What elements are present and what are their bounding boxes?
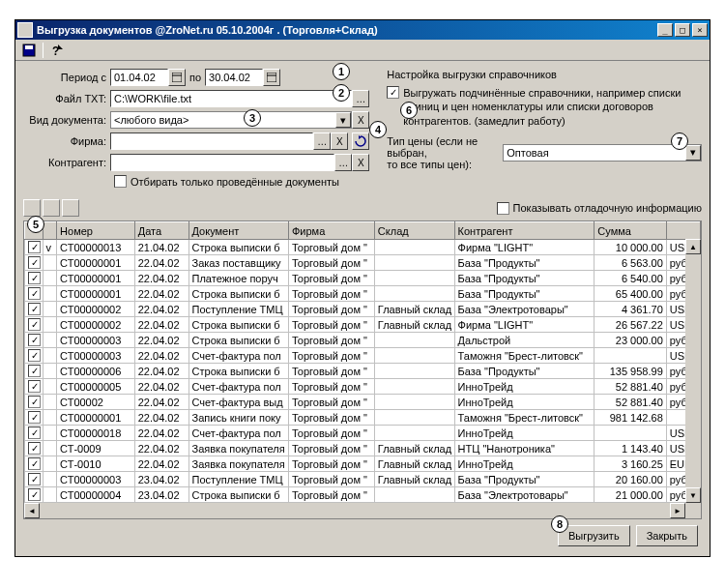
titlebar: Выгрузка документов @ZroNet.ru 05.10.200…	[15, 20, 710, 40]
col-document[interactable]: Документ	[188, 222, 288, 240]
pricetype-label: Тип цены (если не выбран, то все типы це…	[387, 135, 503, 170]
row-checkbox[interactable]: ✓	[28, 334, 41, 346]
row-checkbox[interactable]: ✓	[28, 426, 41, 439]
cell-contragent: НТЦ "Нанотроника"	[454, 441, 594, 456]
scroll-down-icon[interactable]: ▼	[685, 487, 701, 503]
scroll-left-icon[interactable]: ◄	[24, 503, 40, 518]
debug-checkbox[interactable]: Показывать отладочную информацию	[497, 202, 702, 215]
subordinate-checkbox[interactable]: ✓ Выгружать подчинённые справочники, нап…	[387, 86, 702, 128]
close-button[interactable]: ×	[692, 23, 708, 37]
right-panel-title: Настройка выгрузки справочников	[387, 69, 702, 80]
col-firm[interactable]: Фирма	[288, 222, 374, 240]
row-checkbox[interactable]: ✓	[28, 411, 41, 424]
col-currency[interactable]	[666, 222, 700, 240]
contragent-browse-button[interactable]: …	[334, 154, 352, 171]
toolbar-help-icon[interactable]: ?	[47, 42, 67, 59]
row-mark	[43, 426, 56, 441]
cell-date: 22.04.02	[134, 302, 188, 317]
contragent-input[interactable]	[110, 154, 334, 171]
table-row[interactable]: ✓СТ0000000622.04.02Строка выписки бТорго…	[25, 364, 701, 379]
table-row[interactable]: ✓СТ0000000322.04.02Счет-фактура полТорго…	[25, 348, 701, 364]
toolbar-save-icon[interactable]	[19, 42, 39, 59]
file-browse-button[interactable]: …	[352, 90, 369, 107]
table-row[interactable]: ✓СТ0000000122.04.02Платежное поручТоргов…	[25, 271, 701, 286]
vertical-scrollbar[interactable]: ▲ ▼	[685, 239, 701, 503]
table-row[interactable]: ✓СТ0000000122.04.02Запись книги покуТорг…	[25, 410, 701, 426]
cell-contragent: База "Продукты"	[454, 472, 594, 487]
row-checkbox[interactable]: ✓	[28, 365, 41, 377]
callout-4: 4	[369, 121, 387, 138]
cell-sum: 26 567.22	[594, 317, 666, 333]
col-mark[interactable]	[43, 222, 56, 240]
row-checkbox[interactable]: ✓	[28, 488, 41, 501]
table-row[interactable]: ✓СТ0000222.04.02Счет-фактура выдТорговый…	[25, 395, 701, 410]
row-checkbox[interactable]: ✓	[28, 457, 41, 470]
grid-view-btn-2[interactable]	[43, 199, 60, 217]
cell-document: Строка выписки б	[188, 487, 288, 503]
cell-sum	[594, 426, 666, 441]
col-warehouse[interactable]: Склад	[374, 222, 454, 240]
grid-view-btn-1[interactable]	[23, 199, 41, 217]
row-checkbox[interactable]: ✓	[28, 287, 41, 300]
row-checkbox[interactable]: ✓	[28, 318, 41, 331]
firm-input[interactable]	[110, 132, 313, 150]
table-row[interactable]: ✓СТ0000000522.04.02Счет-фактура полТорго…	[25, 379, 701, 395]
col-date[interactable]: Дата	[134, 222, 188, 240]
only-posted-checkbox[interactable]: Отбирать только проведённые документы	[114, 175, 339, 188]
file-input[interactable]	[110, 90, 352, 107]
row-mark	[43, 441, 56, 456]
cell-sum: 981 142.68	[594, 410, 666, 426]
minimize-button[interactable]: _	[657, 23, 673, 37]
cell-firm: Торговый дом "	[288, 302, 374, 317]
row-checkbox[interactable]: ✓	[28, 473, 41, 485]
row-checkbox[interactable]: ✓	[28, 442, 41, 455]
cell-firm: Торговый дом "	[288, 333, 374, 348]
maximize-button[interactable]: □	[675, 23, 690, 37]
row-mark	[43, 255, 56, 271]
contragent-clear-button[interactable]: X	[352, 154, 369, 171]
doctype-select[interactable]: <любого вида> ▾	[110, 111, 352, 129]
firm-clear-button[interactable]: X	[331, 132, 348, 150]
period-to-cal-button[interactable]	[263, 69, 280, 86]
cell-document: Строка выписки б	[188, 317, 288, 333]
row-checkbox[interactable]: ✓	[28, 303, 41, 315]
table-row[interactable]: ✓СТ0000000222.04.02Поступление ТМЦТоргов…	[25, 302, 701, 317]
refresh-button[interactable]	[352, 132, 369, 150]
col-number[interactable]: Номер	[57, 222, 135, 240]
period-from-cal-button[interactable]	[168, 69, 186, 86]
cell-warehouse	[374, 271, 454, 286]
table-row[interactable]: ✓СТ0000001822.04.02Счет-фактура полТорго…	[25, 426, 701, 441]
horizontal-scrollbar[interactable]: ◄ ►	[24, 503, 701, 518]
row-checkbox[interactable]: ✓	[28, 272, 41, 284]
row-checkbox[interactable]: ✓	[28, 241, 41, 253]
table-row[interactable]: ✓СТ0000000122.04.02Заказ поставщикуТорго…	[25, 255, 701, 271]
cell-number: СТ00000018	[57, 426, 135, 441]
period-to-input[interactable]	[205, 69, 263, 86]
row-checkbox[interactable]: ✓	[28, 256, 41, 269]
row-checkbox[interactable]: ✓	[28, 380, 41, 393]
table-row[interactable]: ✓vСТ0000001321.04.02Строка выписки бТорг…	[25, 240, 701, 255]
scroll-right-icon[interactable]: ►	[670, 503, 685, 518]
table-row[interactable]: ✓СТ0000000323.04.02Поступление ТМЦТоргов…	[25, 472, 701, 487]
cell-sum: 10 000.00	[594, 240, 666, 255]
cell-firm: Торговый дом "	[288, 410, 374, 426]
table-row[interactable]: ✓СТ0000000122.04.02Строка выписки бТорго…	[25, 286, 701, 302]
callout-8: 8	[551, 515, 568, 533]
col-sum[interactable]: Сумма	[594, 222, 666, 240]
doctype-clear-button[interactable]: X	[352, 111, 369, 129]
table-row[interactable]: ✓СТ-001022.04.02Заявка покупателяТорговы…	[25, 456, 701, 472]
col-contragent[interactable]: Контрагент	[454, 222, 594, 240]
table-row[interactable]: ✓СТ0000000322.04.02Строка выписки бТорго…	[25, 333, 701, 348]
close-button-footer[interactable]: Закрыть	[636, 525, 698, 546]
row-checkbox[interactable]: ✓	[28, 396, 41, 408]
table-row[interactable]: ✓СТ-000922.04.02Заявка покупателяТорговы…	[25, 441, 701, 456]
table-row[interactable]: ✓СТ0000000222.04.02Строка выписки бТорго…	[25, 317, 701, 333]
grid-view-btn-3[interactable]	[62, 199, 79, 217]
firm-browse-button[interactable]: …	[313, 132, 331, 150]
period-from-input[interactable]	[110, 69, 168, 86]
scroll-up-icon[interactable]: ▲	[685, 239, 701, 254]
export-button[interactable]: Выгрузить	[558, 525, 630, 546]
cell-warehouse	[374, 286, 454, 302]
table-row[interactable]: ✓СТ0000000423.04.02Строка выписки бТорго…	[25, 487, 701, 503]
row-checkbox[interactable]: ✓	[28, 349, 41, 362]
